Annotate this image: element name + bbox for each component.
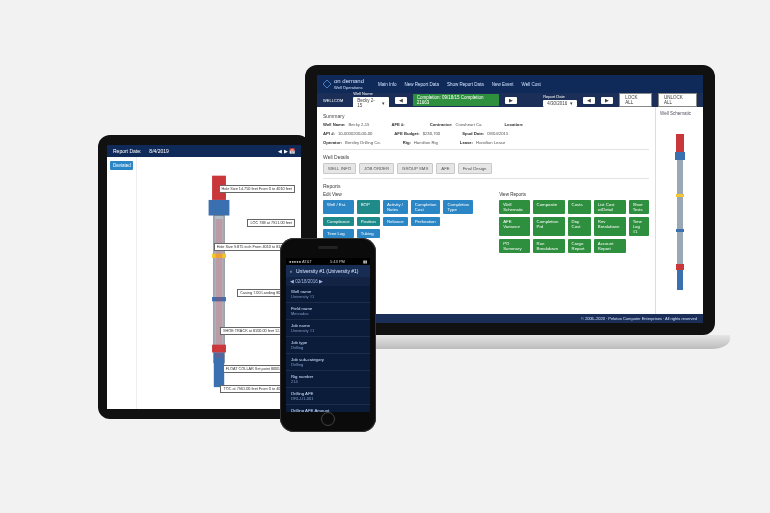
report-btn[interactable]: Perforation bbox=[411, 217, 441, 226]
view-reports-title: View Reports bbox=[499, 192, 649, 197]
brand-logo: on demand Well Operations bbox=[323, 78, 364, 90]
phone-device: ●●●●● AT&T 5:43 PM ▮▮ ‹ University #1 (U… bbox=[280, 238, 376, 432]
tablet-schematic[interactable]: Hole Size 14.750 feet From 0 to 4010 fee… bbox=[137, 157, 301, 409]
svg-rect-16 bbox=[216, 219, 223, 358]
right-panel: Well Schematic bbox=[655, 107, 703, 314]
list-item[interactable]: Well nameUniversity #1 bbox=[286, 286, 370, 303]
completion-pill[interactable]: Completion: 09/18/15 Completion 21663 bbox=[413, 94, 499, 106]
summary-title: Summary bbox=[323, 113, 649, 119]
tab[interactable]: AFE bbox=[436, 163, 454, 174]
report-btn[interactable]: Shoe Tests bbox=[629, 200, 649, 214]
report-btn[interactable]: PO Summary bbox=[499, 239, 529, 253]
menu-item[interactable]: New Report Data bbox=[405, 82, 440, 87]
unlock-all-button[interactable]: UNLOCK ALL bbox=[658, 93, 697, 107]
next-nav[interactable]: ▶ bbox=[601, 97, 613, 104]
report-btn[interactable]: Time Log #1 bbox=[629, 217, 649, 236]
tab[interactable]: GROUP SMS bbox=[397, 163, 433, 174]
phone-status-bar: ●●●●● AT&T 5:43 PM ▮▮ bbox=[286, 258, 370, 265]
svg-rect-2 bbox=[675, 152, 685, 160]
svg-rect-5 bbox=[676, 229, 684, 232]
report-btn[interactable]: AFE Variance bbox=[499, 217, 529, 236]
wellcom-label: WELLCOM bbox=[323, 98, 343, 103]
tab[interactable]: WELL INFO bbox=[323, 163, 356, 174]
lock-all-button[interactable]: LOCK ALL bbox=[619, 93, 652, 107]
list-item[interactable]: Job typeDrilling bbox=[286, 337, 370, 354]
deviated-button[interactable]: Deviated bbox=[110, 161, 133, 170]
list-item[interactable]: Field nameMercados bbox=[286, 303, 370, 320]
phone-date-bar[interactable]: ◀ 02/18/2016 ▶ bbox=[286, 277, 370, 286]
tab[interactable]: Final Design bbox=[458, 163, 492, 174]
callout: LOC 788 at 7911.00 feet bbox=[247, 219, 295, 227]
report-btn[interactable]: Day Cost bbox=[568, 217, 591, 236]
report-btn[interactable]: Run Breakdown bbox=[533, 239, 565, 253]
well-schematic-mini bbox=[670, 118, 690, 310]
svg-rect-6 bbox=[676, 264, 684, 270]
report-btn[interactable]: Activity / Notes bbox=[383, 200, 408, 214]
brand-name: on demand bbox=[334, 78, 364, 84]
svg-rect-1 bbox=[676, 134, 684, 152]
tablet-reportdate-label: Report Date: bbox=[113, 148, 141, 154]
report-btn[interactable]: Compliance bbox=[323, 217, 354, 226]
svg-rect-3 bbox=[677, 160, 683, 270]
report-btn[interactable]: Rev Breakdown bbox=[594, 217, 626, 236]
list-item[interactable]: Job nameUniversity #1 bbox=[286, 320, 370, 337]
tab[interactable]: JOB ORDER bbox=[359, 163, 394, 174]
report-btn[interactable]: BOP bbox=[357, 200, 380, 214]
back-icon[interactable]: ‹ bbox=[290, 268, 292, 274]
svg-rect-7 bbox=[677, 270, 683, 290]
list-item[interactable]: Drilling AFE Amount bbox=[286, 405, 370, 412]
report-btn[interactable]: Composite bbox=[533, 200, 565, 214]
reportdate-select[interactable]: 4/30/2016 ▾ bbox=[543, 100, 577, 107]
report-btn[interactable]: Completion Prd bbox=[533, 217, 565, 236]
menu-item[interactable]: New Event bbox=[492, 82, 514, 87]
list-item[interactable]: Rig number214 bbox=[286, 371, 370, 388]
list-item[interactable]: Drilling AFEDRL-U1-001 bbox=[286, 388, 370, 405]
report-btn[interactable]: Account Report bbox=[594, 239, 626, 253]
chevron-down-icon: ▾ bbox=[570, 101, 573, 106]
tablet-screen: Report Date: 8/4/2019 ◀ ▶ 📅 Deviated bbox=[107, 145, 301, 409]
phone-title-bar: ‹ University #1 (University #1) bbox=[286, 265, 370, 277]
top-menu: Main Info New Report Data Show Report Da… bbox=[378, 82, 541, 87]
welldetails-title: Well Details bbox=[323, 154, 649, 160]
menu-item[interactable]: Main Info bbox=[378, 82, 397, 87]
report-btn[interactable]: Well Schematic bbox=[499, 200, 529, 214]
report-btn[interactable]: Reliance bbox=[383, 217, 408, 226]
welldetails-tabs: WELL INFO JOB ORDER GROUP SMS AFE Final … bbox=[323, 163, 649, 174]
report-btn[interactable]: Cargo Report bbox=[568, 239, 591, 253]
reportdate-label: Report Date bbox=[543, 94, 577, 99]
report-btn[interactable]: Completion Cost bbox=[411, 200, 441, 214]
report-btn[interactable]: Completion Type bbox=[443, 200, 473, 214]
report-btn[interactable]: Tubing bbox=[357, 229, 380, 238]
next-nav[interactable]: ▶ bbox=[505, 97, 517, 104]
svg-marker-0 bbox=[323, 80, 331, 88]
tablet-header: Report Date: 8/4/2019 ◀ ▶ 📅 bbox=[107, 145, 301, 157]
tablet-reportdate-value: 8/4/2019 bbox=[149, 148, 168, 154]
report-btn[interactable]: Time Log bbox=[323, 229, 354, 238]
prev-nav[interactable]: ◀ bbox=[395, 97, 407, 104]
wellname-label: Well Name bbox=[353, 91, 389, 96]
edit-view-title: Edit View bbox=[323, 192, 473, 197]
brand-sub: Well Operations bbox=[334, 85, 362, 90]
report-btn[interactable]: Well / Est. bbox=[323, 200, 354, 214]
view-reports-col: View Reports Well Schematic Composite Co… bbox=[499, 192, 649, 253]
report-btn[interactable]: Costs bbox=[568, 200, 591, 214]
prev-nav[interactable]: ◀ bbox=[583, 97, 595, 104]
report-btn[interactable]: List Cost w/Detail bbox=[594, 200, 626, 214]
chevron-down-icon: ▾ bbox=[382, 101, 385, 106]
phone-screen: ●●●●● AT&T 5:43 PM ▮▮ ‹ University #1 (U… bbox=[286, 258, 370, 412]
report-btn[interactable]: Position bbox=[357, 217, 380, 226]
menu-item[interactable]: Well Cost bbox=[522, 82, 541, 87]
tablet-device: Report Date: 8/4/2019 ◀ ▶ 📅 Deviated bbox=[98, 135, 310, 419]
menu-item[interactable]: Show Report Data bbox=[447, 82, 484, 87]
reports-title: Reports bbox=[323, 183, 649, 189]
svg-rect-9 bbox=[209, 200, 230, 216]
callout: Hole Size 14.750 feet From 0 to 4010 fee… bbox=[219, 185, 296, 193]
list-item[interactable]: Job sub-categoryDrilling bbox=[286, 354, 370, 371]
well-schematic-title: Well Schematic bbox=[660, 111, 691, 116]
tablet-left-panel: Deviated bbox=[107, 157, 137, 409]
control-bar: WELLCOM Well Name Becky 2-15 ▾ ◀ Complet… bbox=[317, 93, 703, 107]
svg-rect-4 bbox=[676, 194, 684, 197]
phone-title: University #1 (University #1) bbox=[296, 268, 359, 274]
